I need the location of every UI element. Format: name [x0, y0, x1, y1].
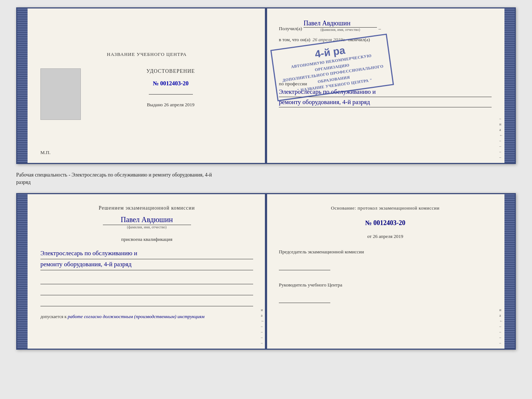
chairman-block: Председатель экзаменационной комиссии: [279, 248, 492, 270]
mark-i: и: [499, 122, 503, 126]
bottom-right-side-marks: и а ← – – – –: [499, 194, 503, 349]
photo-placeholder: [40, 68, 81, 120]
qualification-line1: Электрослесарь по обслуживанию и: [40, 248, 253, 259]
qualification-block: Электрослесарь по обслуживанию и ремонту…: [40, 248, 253, 270]
issued-row: Выдано 26 апреля 2019: [147, 102, 194, 108]
director-block: Руководитель учебного Центра: [279, 275, 492, 303]
profession-line2: ремонту оборудования, 4-й разряд: [279, 97, 492, 107]
qualification-line2: ремонту оборудования, 4-й разряд: [40, 259, 253, 270]
bottom-booklet: Решением экзаменационной комиссии Павел …: [16, 193, 516, 350]
bl-mark-a: а: [261, 313, 265, 317]
director-label: Руководитель учебного Центра: [279, 281, 492, 289]
basis-date-prefix: от: [367, 234, 371, 239]
mark-dash1: –: [499, 117, 503, 121]
basis-date: от 26 апреля 2019: [279, 234, 492, 239]
allowed-row: допускается к работе согласно должностны…: [40, 314, 253, 320]
in-that-prefix: в том, что он(а): [279, 37, 310, 43]
top-left-page: НАЗВАНИЕ УЧЕБНОГО ЦЕНТРА УДОСТОВЕРЕНИЕ №…: [28, 8, 266, 163]
cert-title: УДОСТОВЕРЕНИЕ: [146, 68, 195, 74]
commission-title: Решением экзаменационной комиссии: [40, 205, 253, 211]
bl-mark-d3: –: [261, 335, 265, 339]
bottom-fio-label: (фамилия, имя, отчество): [127, 225, 167, 229]
bottom-booklet-section: Решением экзаменационной комиссии Павел …: [16, 193, 516, 350]
chairman-signature-line: [279, 263, 330, 270]
fio-label: (фамилия, имя, отчество): [320, 28, 360, 32]
right-side-marks: – и а ← – – – –: [499, 8, 503, 163]
received-prefix: Получил(а): [279, 26, 302, 32]
separator-line1: Рабочая специальность - Электрослесарь п…: [16, 171, 516, 179]
assigned-label: присвоена квалификация: [40, 236, 253, 242]
blank-lines: [40, 277, 253, 306]
person-name: Павел Авдюшин: [103, 215, 191, 225]
basis-title: Основание: протокол экзаменационной коми…: [279, 205, 492, 211]
separator-line2: разряд: [16, 179, 516, 186]
top-right-page: Получил(а) Павел Авдюшин (фамилия, имя, …: [266, 8, 504, 163]
bl-mark-d2: –: [261, 330, 265, 334]
bl-mark-i: и: [261, 308, 265, 312]
basis-number: № 0012403-20: [279, 219, 492, 227]
mark-dash2: –: [499, 139, 503, 143]
cert-block: УДОСТОВЕРЕНИЕ № 0012403-20 Выдано 26 апр…: [40, 68, 253, 120]
bottom-spine-left: [17, 194, 28, 349]
mark-dash4: –: [499, 150, 503, 154]
person-name-block: Павел Авдюшин (фамилия, имя, отчество): [40, 215, 253, 229]
training-center-title: НАЗВАНИЕ УЧЕБНОГО ЦЕНТРА: [107, 51, 187, 57]
bl-mark-d4: –: [261, 341, 265, 345]
spine-right: [504, 8, 515, 163]
blank-line-1: [40, 277, 253, 284]
bottom-left-page: Решением экзаменационной комиссии Павел …: [28, 194, 266, 349]
bottom-left-side-marks: и а ← – – – –: [261, 194, 265, 349]
bottom-right-page: Основание: протокол экзаменационной коми…: [266, 194, 504, 349]
mark-dash3: –: [499, 144, 503, 148]
br-mark-d2: –: [499, 330, 503, 334]
cert-info: УДОСТОВЕРЕНИЕ № 0012403-20 Выдано 26 апр…: [88, 68, 253, 108]
dash: –: [378, 26, 381, 32]
br-mark-d3: –: [499, 335, 503, 339]
received-row: Получил(а) Павел Авдюшин (фамилия, имя, …: [279, 19, 492, 32]
recipient-name: Павел Авдюшин: [303, 19, 377, 28]
bl-mark-arrow: ←: [261, 319, 265, 323]
allowed-prefix: допускается к: [40, 314, 66, 319]
blank-line-2: [40, 288, 253, 295]
director-signature-line: [279, 296, 330, 303]
mp-label: М.П.: [40, 150, 50, 156]
bl-mark-d1: –: [261, 324, 265, 328]
cert-number: № 0012403-20: [153, 80, 188, 87]
br-mark-i: и: [499, 308, 503, 312]
mark-a: а: [499, 128, 503, 132]
cert-divider-line: [149, 94, 193, 95]
blank-line-3: [40, 299, 253, 306]
spine-left: [17, 8, 28, 163]
br-mark-arrow: ←: [499, 319, 503, 323]
mark-dash5: –: [499, 155, 503, 159]
allowed-text: работе согласно должностным (производств…: [68, 314, 204, 319]
issued-label: Выдано: [147, 102, 163, 107]
bottom-spine-right: [504, 194, 515, 349]
separator-text: Рабочая специальность - Электрослесарь п…: [16, 170, 516, 187]
mark-arrow: ←: [499, 133, 503, 137]
chairman-label: Председатель экзаменационной комиссии: [279, 248, 492, 256]
issued-date: 26 апреля 2019: [164, 102, 194, 107]
br-mark-d4: –: [499, 341, 503, 345]
br-mark-a: а: [499, 313, 503, 317]
top-booklet-section: НАЗВАНИЕ УЧЕБНОГО ЦЕНТРА УДОСТОВЕРЕНИЕ №…: [16, 7, 516, 164]
basis-date-value: 26 апреля 2019: [373, 234, 403, 239]
top-booklet: НАЗВАНИЕ УЧЕБНОГО ЦЕНТРА УДОСТОВЕРЕНИЕ №…: [16, 7, 516, 164]
br-mark-d1: –: [499, 324, 503, 328]
